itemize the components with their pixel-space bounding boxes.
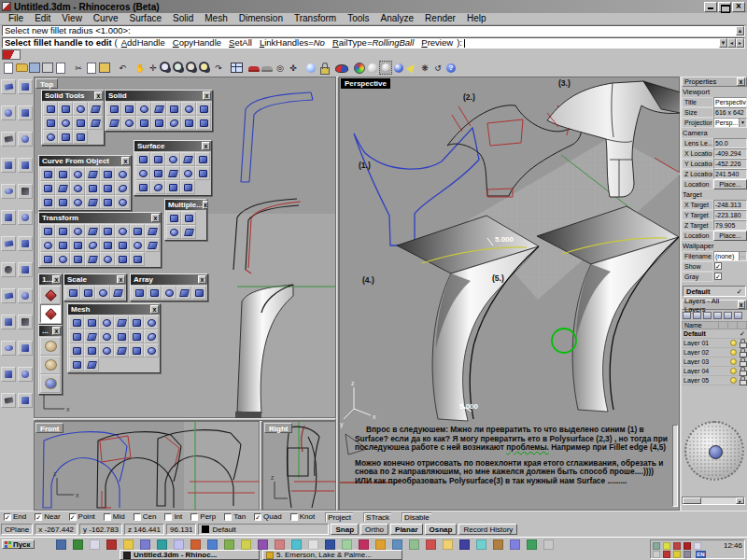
tool-icon[interactable] <box>40 286 61 304</box>
tool-icon[interactable] <box>84 357 99 371</box>
property-value[interactable]: Persp...▼ <box>713 118 747 128</box>
palette-title-bar[interactable]: Solidx <box>106 91 212 101</box>
rectangle-icon[interactable] <box>18 158 33 173</box>
tool-icon[interactable] <box>85 238 100 252</box>
corner-curve-icon[interactable] <box>18 184 33 199</box>
osnap-knot[interactable]: Knot <box>290 512 315 521</box>
tool-icon[interactable] <box>145 224 160 238</box>
tool-icon[interactable] <box>40 181 55 195</box>
tool-icon[interactable] <box>100 195 115 209</box>
render-icon[interactable] <box>335 61 348 75</box>
quicklaunch-icon[interactable] <box>493 539 503 550</box>
menu-tools[interactable]: Tools <box>342 13 374 24</box>
render-preview-icon[interactable] <box>353 61 366 75</box>
tool-icon[interactable] <box>115 238 130 252</box>
maximize-button[interactable] <box>718 2 731 12</box>
place-button[interactable]: Place... <box>713 231 747 241</box>
tool-icon[interactable] <box>196 102 211 116</box>
layer-lock-icon[interactable] <box>739 367 746 375</box>
close-icon[interactable]: x <box>203 91 211 100</box>
tool-icon[interactable] <box>115 195 130 209</box>
tab-viewport-perspective[interactable]: Perspective <box>341 78 390 89</box>
tool-icon[interactable] <box>181 211 196 225</box>
osnap-disable-button[interactable]: Disable <box>402 512 431 522</box>
tray-icon[interactable] <box>663 551 670 558</box>
tool-icon[interactable] <box>58 130 73 144</box>
tool-icon[interactable] <box>80 286 95 300</box>
palette-title-bar[interactable]: Curve From Objectx <box>39 156 131 166</box>
tool-icon[interactable] <box>100 252 115 266</box>
tool-icon[interactable] <box>130 238 145 252</box>
tool-icon[interactable] <box>58 116 73 130</box>
zoom-extents-icon[interactable] <box>199 61 212 75</box>
cut-icon[interactable]: ✂ <box>72 61 85 75</box>
chevron-down-icon[interactable]: ▼ <box>739 119 746 127</box>
layer-on-bulb-icon[interactable] <box>730 377 737 384</box>
tool-icon[interactable] <box>58 102 73 116</box>
close-icon[interactable]: x <box>737 77 745 86</box>
tool-icon[interactable] <box>150 180 165 194</box>
tool-icon[interactable] <box>40 337 61 356</box>
tray-icon[interactable] <box>694 542 701 550</box>
browse-icon[interactable]: … <box>739 252 746 260</box>
tool-icon[interactable] <box>106 116 121 130</box>
osnap-cen[interactable]: Cen <box>134 512 157 521</box>
tool-icon[interactable] <box>162 286 176 300</box>
tray-icon[interactable] <box>653 551 660 558</box>
tool-icon[interactable] <box>151 116 166 130</box>
tool-icon[interactable] <box>55 252 70 266</box>
quicklaunch-icon[interactable] <box>174 539 184 550</box>
layer-row[interactable]: Default✓ <box>682 329 747 339</box>
tool-icon[interactable] <box>115 181 130 195</box>
palette-title-bar[interactable]: Scalex <box>64 274 126 285</box>
tool-icon[interactable] <box>43 102 58 116</box>
tool-icon[interactable] <box>129 329 144 343</box>
tool-icon[interactable] <box>73 130 88 144</box>
tool-icon[interactable] <box>121 116 136 130</box>
new-file-icon[interactable] <box>2 61 15 75</box>
menu-help[interactable]: Help <box>461 13 492 24</box>
quicklaunch-icon[interactable] <box>106 539 117 550</box>
close-icon[interactable]: x <box>202 142 210 150</box>
tool-icon[interactable] <box>100 181 115 195</box>
close-icon[interactable]: x <box>151 214 160 222</box>
tool-icon[interactable] <box>70 181 85 195</box>
osnap-quad[interactable]: ✓Quad <box>254 512 282 521</box>
toggle-osnap[interactable]: Osnap <box>425 524 458 535</box>
osnap-end[interactable]: ✓End <box>4 512 26 521</box>
cmd-option-railtype[interactable]: RailType=RollingBall <box>332 37 414 48</box>
tool-icon[interactable] <box>180 166 195 180</box>
tool-icon[interactable] <box>180 180 195 194</box>
toggle-record-history[interactable]: Record History <box>458 524 517 535</box>
tray-icon[interactable] <box>684 542 691 550</box>
tool-icon[interactable] <box>191 286 206 300</box>
paste-icon[interactable] <box>98 61 111 75</box>
quicklaunch-icon[interactable] <box>275 539 285 550</box>
tool-icon[interactable] <box>166 102 181 116</box>
tool-icon[interactable] <box>99 329 114 343</box>
osnap-strack-button[interactable]: STrack <box>363 512 391 522</box>
quicklaunch-icon[interactable] <box>459 539 470 550</box>
quicklaunch-icon[interactable] <box>359 539 369 550</box>
single-point-icon[interactable] <box>18 79 33 94</box>
tool-icon[interactable] <box>165 152 180 166</box>
toggle-ortho[interactable]: Ortho <box>360 524 388 535</box>
polygon-icon[interactable] <box>1 158 16 173</box>
tool-icon[interactable] <box>70 252 85 266</box>
tool-icon[interactable] <box>40 195 55 209</box>
checkbox[interactable] <box>224 513 232 521</box>
tab-viewport-front[interactable]: Front <box>35 423 63 433</box>
tool-icon[interactable] <box>196 116 211 130</box>
checkbox[interactable] <box>190 513 198 521</box>
tool-icon[interactable] <box>55 224 70 238</box>
quicklaunch-icon[interactable] <box>375 539 386 550</box>
quicklaunch-icon[interactable] <box>123 539 134 550</box>
cmd-option-linkhandles[interactable]: LinkHandles=No <box>260 37 325 48</box>
print-icon[interactable] <box>41 61 54 75</box>
menu-curve[interactable]: Curve <box>88 13 124 24</box>
layer-row[interactable]: Layer 02 <box>682 348 747 357</box>
tool-icon[interactable] <box>166 225 181 239</box>
select-arrow-icon[interactable] <box>1 79 16 94</box>
tool-icon[interactable] <box>136 116 151 130</box>
tool-icon[interactable] <box>151 102 166 116</box>
